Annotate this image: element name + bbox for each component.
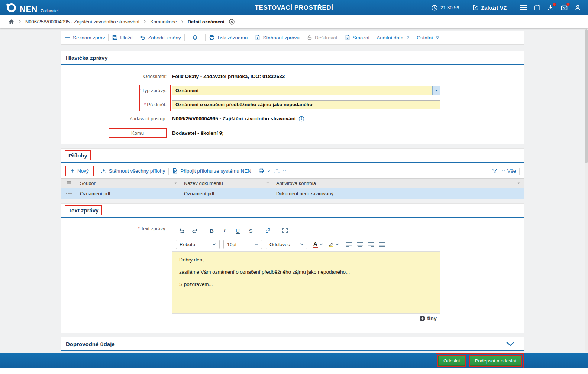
block-format-value: Odstavec [269,242,290,247]
print-record-label: Tisk záznamu [217,35,248,40]
filter-triangle-icon[interactable] [517,182,520,184]
breadcrumb: N006/25/V00004995 - Zajištění závodního … [0,15,588,28]
undo-icon[interactable] [175,225,188,236]
block-format-select[interactable]: Odstavec [266,240,307,249]
underline-icon[interactable]: U [232,225,244,236]
expand-chevron-down-icon[interactable] [506,341,515,346]
close-tab-icon[interactable] [229,19,235,25]
message-line: Dobrý den, [179,257,433,263]
align-right-icon[interactable] [368,242,374,247]
column-header-antivir[interactable]: Antivirová kontrola [273,179,524,188]
filter-triangle-icon[interactable] [174,182,177,184]
home-icon[interactable] [8,19,14,25]
row-handle-icon [66,193,72,194]
divider [136,34,136,41]
print-attachments-menu[interactable] [258,168,271,174]
bold-icon[interactable]: B [206,225,218,236]
user-button[interactable] [574,4,581,11]
font-family-select[interactable]: Roboto [176,240,220,249]
printer-icon [258,168,264,174]
downloads-button[interactable] [547,4,554,11]
delete-button[interactable]: Smazat [345,35,370,40]
message-line: S pozdravem... [179,282,433,287]
italic-icon[interactable]: I [219,225,231,236]
audit-data-menu[interactable]: Auditní data [377,35,410,40]
row-handle[interactable] [61,193,77,194]
menu-button[interactable] [520,5,527,10]
other-menu[interactable]: Ostatní [417,35,439,40]
discard-changes-button[interactable]: Zahodit změny [140,35,181,40]
download-all-attachments-label: Stáhnout všechny přílohy [109,168,165,174]
annotation-box-komu: Komu [109,128,167,138]
divider [303,34,303,41]
vertical-scrollbar[interactable] [585,29,588,352]
subject-input[interactable]: Oznámení o označení předběžného zájmu ja… [172,100,440,109]
new-attachment-button[interactable]: Nový [65,166,94,176]
message-type-select[interactable]: Oznámení [172,86,440,95]
chevron-down-icon[interactable] [336,243,339,245]
text-color-button[interactable]: A [313,241,323,248]
scrollbar-thumb[interactable] [585,29,588,163]
edit-icon [472,4,479,11]
save-label: Uložit [120,35,133,40]
list-icon [65,35,71,40]
save-button[interactable]: Uložit [112,35,133,40]
column-settings-button[interactable] [61,179,77,188]
nen-logo-icon [5,2,17,13]
message-body-editable[interactable]: Dobrý den, zasíláme Vám oznámení o označ… [172,251,440,313]
divider [108,34,109,41]
undo-icon [140,35,146,40]
chevron-down-icon[interactable] [320,243,323,245]
attachments-table-header: Soubor Název dokumentu Antivirová kontro… [61,178,524,188]
column-header-soubor[interactable]: Soubor [77,179,181,188]
redo-icon[interactable] [188,225,201,236]
highlight-color-button[interactable] [328,241,339,247]
clock: 21:30:59 [431,4,459,11]
attachments-card: Přílohy Nový Stáhnout všechny přílohy Př… [61,148,524,199]
select-dropdown-icon[interactable] [432,86,440,95]
print-record-button[interactable]: Tisk záznamu [209,35,248,40]
message-type-value: Oznámení [172,86,432,95]
bell-icon [192,35,198,41]
align-justify-icon[interactable] [379,242,385,247]
calendar-button[interactable] [534,4,541,11]
font-size-select[interactable]: 10pt [223,240,262,249]
messages-button[interactable] [560,4,568,12]
attach-from-nen-button[interactable]: Připojit přílohu ze systému NEN [172,168,251,174]
filter-triangle-icon[interactable] [266,182,269,184]
show-all-filter[interactable]: Vše [501,168,516,174]
column-header-nazev[interactable]: Název dokumentu [181,179,273,188]
download-message-button[interactable]: Stáhnout zprávu [255,35,299,40]
strikethrough-icon[interactable]: S [245,225,257,236]
sign-and-send-button[interactable]: Podepsat a odeslat [470,356,521,366]
divider [373,34,373,41]
annotation-box-podepsat: Podepsat a odeslat [469,355,522,367]
send-button[interactable]: Odeslat [438,356,465,366]
attach-icon [172,168,178,174]
filter-button[interactable] [492,168,498,174]
link-icon[interactable] [262,225,274,236]
align-center-icon[interactable] [357,242,363,247]
divider [466,4,466,12]
top-bar: NEN Zadavatel TESTOVACÍ PROSTŘEDÍ 21:30:… [0,0,588,15]
procedure-value: N006/25/V00004995 - Zajištění závodního … [172,116,295,121]
message-list-button[interactable]: Seznam zpráv [65,35,105,40]
export-attachments-menu[interactable] [274,168,286,174]
breadcrumb-item-communication[interactable]: Komunikace [150,19,177,25]
align-left-icon[interactable] [346,242,352,247]
column-resize-handle-icon[interactable] [177,191,178,196]
info-icon[interactable] [298,116,304,122]
font-size-value: 10pt [227,242,236,247]
create-vz-button[interactable]: Založit VZ [472,4,507,11]
breadcrumb-item-procedure[interactable]: N006/25/V00004995 - Zajištění závodního … [25,19,139,25]
divider [184,34,185,41]
attachment-row[interactable]: Oznámení.pdf Oznámení.pdf Dokument není … [61,188,524,199]
notification-badge [553,3,556,6]
annotation-box-attachments-title: Přílohy [65,150,91,160]
fullscreen-icon[interactable] [279,225,291,236]
brand-logo[interactable]: NEN Zadavatel [5,2,58,13]
editor-footer: tiny [172,313,440,323]
download-all-attachments-button[interactable]: Stáhnout všechny přílohy [101,168,165,174]
recipient-label-cell: Komu [61,128,169,138]
notifications-button[interactable] [188,35,202,41]
